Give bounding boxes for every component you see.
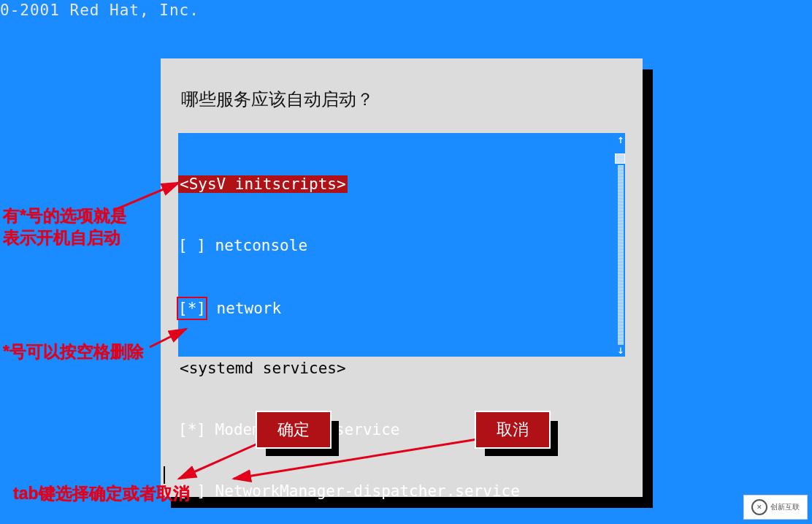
ok-button[interactable]: 确定 xyxy=(256,411,332,449)
scroll-down-icon[interactable]: ↓ xyxy=(616,345,625,355)
cancel-button-wrap: 取消 xyxy=(475,411,548,446)
list-header-systemd: <systemd services> xyxy=(178,358,625,379)
scrollbar[interactable]: ↑ ↓ xyxy=(616,133,625,357)
service-row[interactable]: [ ] netconsole xyxy=(178,235,625,256)
service-row[interactable]: [*] network xyxy=(178,297,625,317)
service-label: network xyxy=(217,300,282,317)
arrow-to-abrt-check xyxy=(146,322,197,351)
annotation-tab: tab键选择确定或者取消 xyxy=(13,482,190,504)
scroll-up-icon[interactable]: ↑ xyxy=(616,134,625,145)
svg-line-1 xyxy=(150,329,186,347)
dialog-title: 哪些服务应该自动启动？ xyxy=(181,88,625,111)
service-label: netconsole xyxy=(215,237,307,254)
arrow-to-network-checkbox xyxy=(110,175,190,212)
checkbox-highlight[interactable]: [*] xyxy=(177,297,207,320)
logo-icon: ✕ xyxy=(751,499,767,515)
logo-text: 创新互联 xyxy=(770,502,800,512)
scroll-track[interactable] xyxy=(618,165,624,345)
watermark-logo: ✕ 创新互联 xyxy=(743,495,808,520)
copyright-text: 0-2001 Red Hat, Inc. xyxy=(0,1,199,19)
svg-line-0 xyxy=(113,183,179,210)
scroll-indicator xyxy=(615,153,625,164)
service-listbox[interactable]: <SysV initscripts> [ ] netconsole [*] ne… xyxy=(178,133,625,357)
cancel-button[interactable]: 取消 xyxy=(475,411,551,449)
list-header-sysv: <SysV initscripts> xyxy=(178,174,625,194)
annotation-space-delete: *号可以按空格删除 xyxy=(3,341,144,362)
ok-button-wrap: 确定 xyxy=(256,411,329,446)
checkbox[interactable]: [ ] xyxy=(178,235,206,256)
